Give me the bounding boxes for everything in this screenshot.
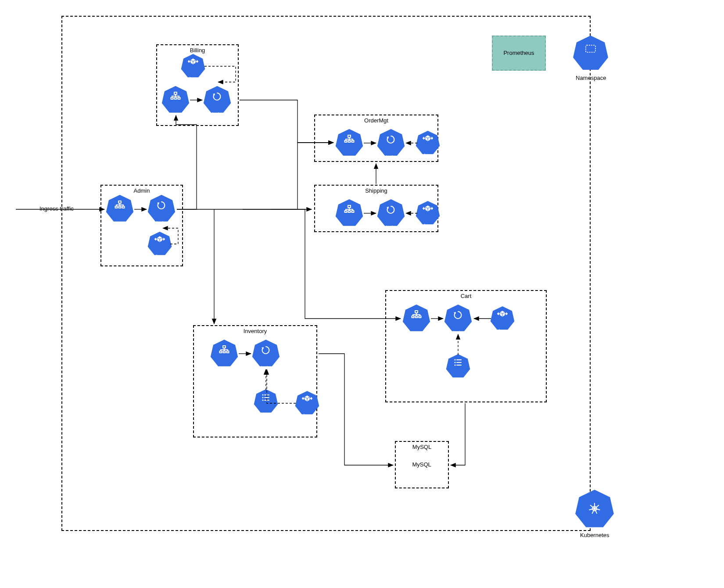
svg-point-49 [262,400,264,401]
svg-rect-57 [412,316,414,318]
group-title-inventory: Inventory [244,328,267,334]
svg-rect-6 [171,97,173,99]
node-inv_cm: cm [254,389,278,414]
node-ship_deploy: deploy [377,199,405,227]
node-inv_svc: svc [210,340,238,368]
kubernetes-logo-icon [575,490,614,529]
node-cart_hpa: hpa [490,306,515,331]
svg-rect-17 [122,206,125,208]
node-inv_hpa: hpa [295,391,319,416]
svg-rect-35 [352,211,354,212]
hept-label: deploy [155,221,168,226]
svg-rect-34 [348,211,351,212]
svg-point-64 [455,365,456,366]
hept-label: svc [413,331,420,335]
node-cart_svc: svc [402,305,430,333]
node-billing_svc: svc [161,86,190,114]
hept-label: deploy [452,331,464,335]
node-inv_deploy: deploy [252,340,280,368]
hept-label: deploy [384,155,397,160]
group-title-cart: Cart [461,293,472,299]
node-admin_svc: svc [106,195,134,223]
hept-label: svc [117,221,123,226]
kubernetes-label: Kubernetes [580,532,609,538]
svg-rect-25 [348,140,351,142]
hept-label: svc [172,112,179,117]
node-admin_deploy: deploy [147,195,176,223]
node-cart_cm: cm [446,354,470,379]
svg-rect-42 [220,351,222,353]
node-billing_deploy: deploy [203,86,231,114]
svg-point-47 [262,397,264,398]
svg-rect-15 [115,206,118,208]
group-title-mysql: MySQL [412,444,431,450]
node-ship_svc: svc [335,199,363,227]
diagram-canvas: BillingAdminOrderMgtShippingInventoryCar… [0,0,724,588]
svg-rect-8 [178,97,180,99]
svg-rect-26 [352,140,354,142]
legend-namespace-icon: ns [573,36,609,72]
node-cart_deploy: deploy [444,305,472,333]
svg-point-45 [262,394,264,396]
hept-label: svc [221,366,228,370]
hept-label: deploy [211,112,223,117]
hept-label: cm [455,377,461,381]
hept-label: svc [346,226,353,230]
svg-point-62 [455,362,456,363]
svg-rect-33 [345,211,347,212]
node-admin_hpa: hpa [147,232,172,256]
mysql-label: MySQL [412,461,431,468]
node-order_hpa: hpa [416,131,440,155]
node-order_deploy: deploy [377,129,405,157]
svg-rect-58 [416,316,418,318]
svg-rect-59 [419,316,421,318]
group-namespace [61,16,591,531]
node-order_svc: svc [335,129,363,157]
hept-label: hpa [190,77,197,81]
group-title-prometheus: Prometheus [503,50,534,56]
hept-label: deploy [259,366,272,370]
node-billing_hpa: hpa [181,54,205,79]
hept-label: deploy [384,226,397,230]
svg-rect-24 [345,140,347,142]
svg-point-60 [455,359,456,361]
group-prometheus: Prometheus [492,36,546,71]
hept-label: hpa [499,329,506,333]
hept-label: cm [263,412,269,416]
hept-label: hpa [156,255,164,259]
group-title-shipping: Shipping [365,187,387,194]
svg-rect-43 [223,351,226,353]
svg-rect-66 [586,45,595,52]
ingress-label: Ingress traffic [39,205,74,212]
legend-namespace-label: Namespace [576,75,606,81]
hept-label: hpa [304,414,311,418]
svg-point-75 [594,508,595,509]
svg-rect-16 [119,206,121,208]
group-title-ordermgt: OrderMgt [364,117,388,124]
hept-label: ns [588,70,593,74]
hept-label: hpa [424,224,432,228]
hept-label: hpa [424,154,432,158]
svg-rect-7 [175,97,177,99]
svg-rect-44 [227,351,229,353]
hept-label: svc [346,155,353,160]
node-ship_hpa: hpa [416,201,440,226]
